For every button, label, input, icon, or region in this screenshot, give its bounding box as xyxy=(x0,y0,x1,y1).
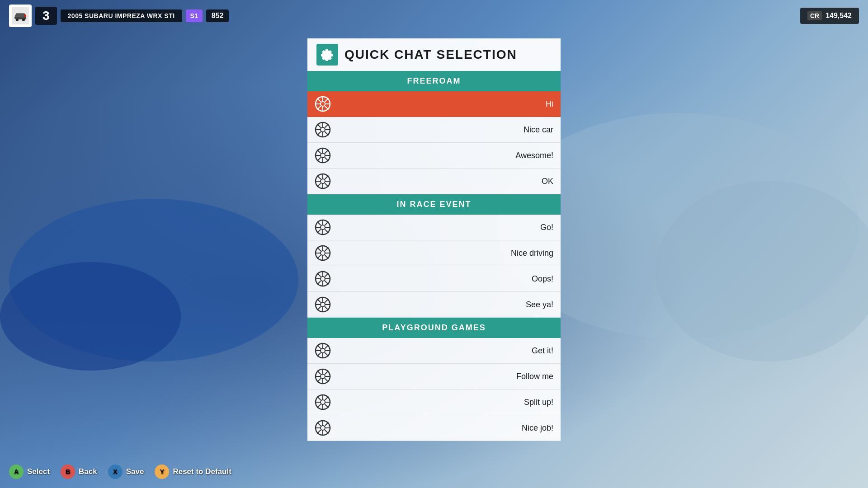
svg-line-108 xyxy=(317,379,321,382)
car-name-badge: 2005 SUBARU IMPREZA WRX STI xyxy=(61,9,182,22)
reset-label: Reset to Default xyxy=(173,467,231,476)
chat-item-follow-me[interactable]: Follow me xyxy=(307,364,561,389)
class-badge: S1 xyxy=(186,9,203,22)
svg-line-106 xyxy=(325,379,329,382)
svg-line-68 xyxy=(317,255,321,259)
svg-line-65 xyxy=(317,248,321,251)
section-header-freeroam: FREEROAM xyxy=(307,71,561,91)
svg-point-60 xyxy=(321,251,325,255)
chat-label-nice-driving: Nice driving xyxy=(336,249,553,258)
top-hud: 3 2005 SUBARU IMPREZA WRX STI S1 852 CR … xyxy=(0,0,868,32)
svg-point-80 xyxy=(321,302,325,307)
svg-line-116 xyxy=(325,404,329,408)
svg-point-30 xyxy=(321,153,325,158)
svg-point-7 xyxy=(22,19,25,21)
svg-line-18 xyxy=(317,106,321,110)
chat-label-awesome: Awesome! xyxy=(336,151,553,160)
chat-item-ok[interactable]: OK xyxy=(307,169,561,194)
svg-line-105 xyxy=(317,371,321,375)
reset-control: Y Reset to Default xyxy=(155,465,231,479)
chat-item-hi[interactable]: Hi xyxy=(307,91,561,117)
svg-rect-8 xyxy=(24,14,26,17)
svg-line-78 xyxy=(317,281,321,285)
select-label: Select xyxy=(27,467,50,476)
svg-line-28 xyxy=(317,132,321,136)
chat-item-split-up[interactable]: Split up! xyxy=(307,389,561,415)
svg-point-6 xyxy=(16,19,19,21)
quick-chat-panel: QUICK CHAT SELECTION FREEROAM Hi xyxy=(307,38,561,441)
svg-line-115 xyxy=(317,397,321,400)
svg-line-48 xyxy=(317,183,321,187)
chat-label-nice-car: Nice car xyxy=(336,125,553,135)
svg-line-36 xyxy=(325,158,329,161)
svg-line-17 xyxy=(325,99,329,102)
svg-line-35 xyxy=(317,150,321,154)
chat-label-oops: Oops! xyxy=(336,274,553,284)
chat-label-hi: Hi xyxy=(336,99,553,109)
panel-title-text: QUICK CHAT SELECTION xyxy=(344,47,517,62)
chat-item-see-ya[interactable]: See ya! xyxy=(307,292,561,318)
x-button-icon: X xyxy=(108,465,123,479)
svg-line-38 xyxy=(317,158,321,161)
chat-item-go[interactable]: Go! xyxy=(307,215,561,240)
cr-badge: CR 149,542 xyxy=(800,8,859,24)
chat-label-get-it: Get it! xyxy=(336,346,553,356)
a-button-icon: A xyxy=(9,465,24,479)
chat-item-awesome[interactable]: Awesome! xyxy=(307,143,561,169)
b-button-icon: B xyxy=(61,465,75,479)
svg-line-67 xyxy=(325,248,329,251)
svg-line-86 xyxy=(325,307,329,310)
section-header-race: IN RACE EVENT xyxy=(307,194,561,215)
section-header-playground: PLAYGROUND GAMES xyxy=(307,318,561,338)
chat-label-go: Go! xyxy=(336,223,553,232)
svg-line-118 xyxy=(317,404,321,408)
chat-label-follow-me: Follow me xyxy=(336,372,553,381)
svg-line-107 xyxy=(325,371,329,375)
svg-line-96 xyxy=(325,353,329,357)
svg-line-45 xyxy=(317,176,321,179)
svg-line-95 xyxy=(317,345,321,349)
svg-line-76 xyxy=(325,281,329,285)
svg-point-90 xyxy=(321,348,325,353)
player-icon xyxy=(9,5,32,27)
y-button-icon: Y xyxy=(155,465,169,479)
svg-line-77 xyxy=(325,273,329,277)
gear-icon xyxy=(316,44,338,66)
svg-point-110 xyxy=(321,400,325,404)
svg-line-128 xyxy=(317,430,321,434)
bottom-controls: A Select B Back X Save Y Reset to Defaul… xyxy=(9,465,231,479)
chat-item-nice-car[interactable]: Nice car xyxy=(307,117,561,143)
chat-item-nice-job[interactable]: Nice job! xyxy=(307,415,561,441)
svg-line-127 xyxy=(325,422,329,426)
pi-badge: 852 xyxy=(206,9,229,22)
svg-line-27 xyxy=(325,124,329,128)
svg-line-87 xyxy=(325,299,329,303)
svg-point-20 xyxy=(321,127,325,132)
svg-line-57 xyxy=(325,222,329,225)
svg-line-75 xyxy=(317,273,321,277)
svg-line-98 xyxy=(317,353,321,357)
player-info: 3 2005 SUBARU IMPREZA WRX STI S1 852 xyxy=(9,5,229,27)
chat-item-oops[interactable]: Oops! xyxy=(307,266,561,292)
back-label: Back xyxy=(79,467,97,476)
svg-point-10 xyxy=(321,102,325,106)
svg-line-58 xyxy=(317,230,321,233)
chat-label-ok: OK xyxy=(336,177,553,186)
chat-item-nice-driving[interactable]: Nice driving xyxy=(307,240,561,266)
back-control: B Back xyxy=(61,465,97,479)
svg-line-56 xyxy=(325,230,329,233)
svg-line-46 xyxy=(325,183,329,187)
save-label: Save xyxy=(126,467,144,476)
svg-line-16 xyxy=(325,106,329,110)
chat-item-get-it[interactable]: Get it! xyxy=(307,338,561,364)
save-control: X Save xyxy=(108,465,144,479)
svg-line-15 xyxy=(317,99,321,102)
svg-line-55 xyxy=(317,222,321,225)
svg-line-25 xyxy=(317,124,321,128)
svg-point-70 xyxy=(321,277,325,281)
svg-point-100 xyxy=(321,374,325,379)
svg-line-66 xyxy=(325,255,329,259)
svg-point-120 xyxy=(321,426,325,430)
svg-line-117 xyxy=(325,397,329,400)
svg-line-88 xyxy=(317,307,321,310)
